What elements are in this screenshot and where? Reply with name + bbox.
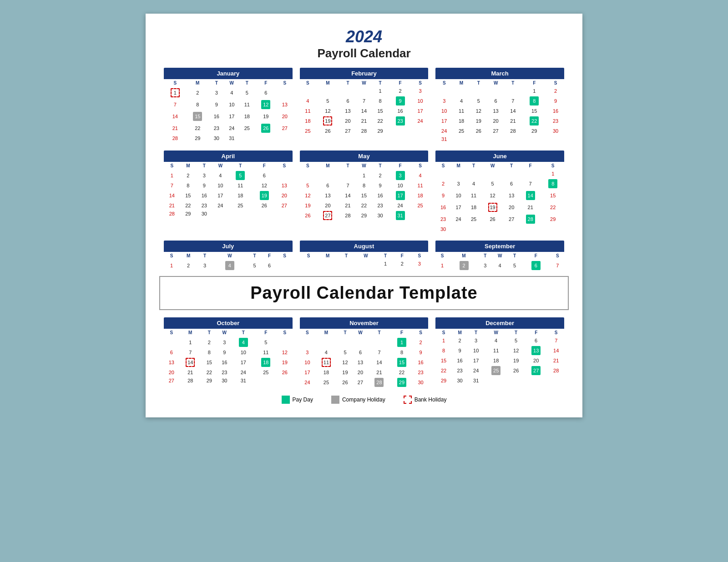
february-header: February bbox=[300, 68, 429, 79]
th-w: W bbox=[212, 162, 229, 170]
table-cell: 28 bbox=[179, 376, 202, 385]
table-cell: 20 bbox=[340, 115, 356, 127]
table-cell: 23 bbox=[452, 365, 468, 376]
table-cell: 16 bbox=[209, 110, 224, 122]
table-cell: 22 bbox=[356, 201, 372, 210]
table-cell: 19 bbox=[338, 368, 353, 376]
th-m: M bbox=[316, 162, 339, 170]
table-cell: 26 bbox=[338, 376, 353, 388]
table-cell: 9 bbox=[547, 95, 564, 107]
th-s2: S bbox=[541, 162, 564, 170]
table-cell: 21 bbox=[164, 201, 180, 210]
table-cell: 3 bbox=[217, 336, 233, 348]
table-cell: 15 bbox=[180, 190, 197, 201]
table-cell: 10 bbox=[412, 95, 429, 107]
january-calendar: January SMTWTFS 1 2 3 4 5 6 bbox=[164, 68, 293, 143]
th-s: S bbox=[435, 79, 453, 87]
th-t2: T bbox=[372, 162, 389, 170]
december-table: SMTWTFS 1 2 3 4 5 6 7 8 9 10 bbox=[435, 329, 564, 385]
table-cell: 28 bbox=[519, 213, 542, 225]
table-cell bbox=[453, 87, 470, 95]
table-cell: 30 bbox=[435, 225, 451, 233]
th-f: F bbox=[394, 252, 410, 260]
table-cell: 9 bbox=[217, 348, 233, 356]
table-cell: 2 bbox=[452, 336, 468, 345]
table-cell: 7 bbox=[548, 336, 564, 345]
august-table: SMTWTFS 1 2 3 bbox=[300, 252, 429, 268]
table-cell: 10 bbox=[468, 345, 484, 356]
table-cell bbox=[484, 376, 508, 385]
table-cell: 24 bbox=[412, 115, 429, 127]
table-cell: 11 bbox=[255, 348, 278, 356]
table-cell: 24 bbox=[224, 122, 240, 134]
th-m: M bbox=[452, 329, 468, 336]
table-cell: 6 bbox=[340, 95, 356, 107]
table-row: 31 bbox=[435, 135, 564, 143]
table-cell: 23 bbox=[413, 368, 429, 376]
th-s2: S bbox=[410, 252, 428, 260]
table-cell bbox=[388, 127, 412, 135]
table-row: 3 4 5 6 7 8 9 bbox=[300, 348, 429, 356]
table-cell: 3 bbox=[388, 170, 412, 181]
table-cell: 10 bbox=[212, 181, 229, 190]
table-row: 1 2 3 4 5 6 bbox=[164, 87, 293, 99]
table-cell: 1 bbox=[372, 87, 389, 95]
th-s: S bbox=[164, 162, 180, 170]
july-header: July bbox=[164, 241, 293, 252]
table-cell: 31 bbox=[435, 135, 453, 143]
table-cell: 6 bbox=[262, 260, 277, 271]
watermark-text: Payroll Calendar Template bbox=[160, 283, 568, 303]
table-cell: 10 bbox=[451, 190, 466, 201]
november-table: SMTWTFS 1 2 3 4 5 bbox=[300, 329, 429, 388]
table-cell: 24 bbox=[212, 201, 229, 210]
table-cell: 5 bbox=[247, 260, 262, 271]
table-cell: 22 bbox=[202, 368, 217, 376]
table-cell: 31 bbox=[232, 376, 255, 385]
table-cell: 3 bbox=[196, 170, 212, 181]
th-t2: T bbox=[377, 252, 394, 260]
table-cell bbox=[470, 135, 487, 143]
table-cell: 4 bbox=[315, 348, 338, 356]
table-cell: 20 bbox=[316, 201, 339, 210]
year-label: 2024 bbox=[164, 27, 564, 46]
th-w: W bbox=[354, 252, 377, 260]
table-row: 1 2 bbox=[300, 336, 429, 348]
th-s: S bbox=[435, 329, 452, 336]
table-cell: 28 bbox=[356, 127, 372, 135]
table-cell: 22 bbox=[372, 115, 389, 127]
table-cell: 5 bbox=[228, 170, 252, 181]
table-cell bbox=[212, 210, 229, 218]
th-t: T bbox=[468, 329, 484, 336]
january-table: SMTWTFS 1 2 3 4 5 6 7 8 9 bbox=[164, 79, 293, 142]
page: 2024 Payroll Calendar January SMTWTFS 1 … bbox=[146, 14, 582, 417]
bank-holiday-label: Bank Holiday bbox=[415, 396, 447, 403]
october-table: SMTWTFS 1 2 3 4 5 6 7 8 bbox=[164, 329, 293, 385]
table-cell bbox=[340, 170, 356, 181]
table-cell: 13 bbox=[504, 190, 519, 201]
th-w: W bbox=[353, 329, 368, 336]
table-cell: 17 bbox=[300, 368, 315, 376]
table-cell: 16 bbox=[217, 356, 233, 368]
th-s2: S bbox=[276, 162, 293, 170]
table-row: 2 3 4 5 6 7 8 bbox=[435, 178, 564, 190]
april-calendar: April SMTWTFS 1 2 3 4 5 6 bbox=[164, 151, 293, 233]
table-cell: 4 bbox=[412, 170, 429, 181]
table-cell: 22 bbox=[390, 368, 413, 376]
table-cell: 3 bbox=[412, 87, 429, 95]
table-cell bbox=[239, 134, 255, 142]
table-cell: 17 bbox=[435, 115, 453, 127]
table-cell: 14 bbox=[368, 356, 391, 368]
table-cell: 8 bbox=[187, 99, 209, 110]
table-cell bbox=[487, 135, 505, 143]
table-cell: 14 bbox=[519, 190, 542, 201]
table-cell: 22 bbox=[187, 122, 209, 134]
table-cell: 5 bbox=[470, 95, 487, 107]
table-cell: 17 bbox=[232, 356, 255, 368]
table-cell: 10 bbox=[232, 348, 255, 356]
table-cell bbox=[541, 225, 564, 233]
table-cell: 12 bbox=[481, 190, 504, 201]
august-calendar: August SMTWTFS 1 2 3 bbox=[300, 241, 429, 271]
table-cell: 18 bbox=[228, 190, 252, 201]
table-cell: 14 bbox=[340, 190, 356, 201]
table-row: 1 2 3 4 5 6 7 bbox=[435, 336, 564, 345]
